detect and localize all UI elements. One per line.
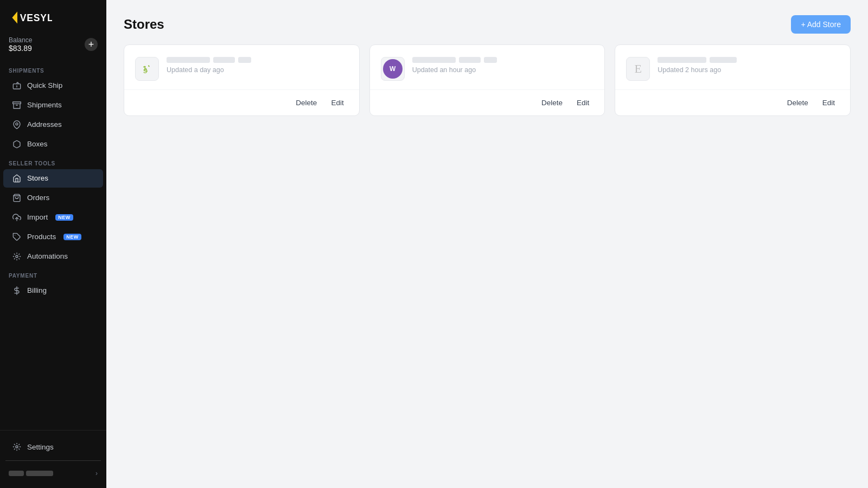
- sidebar-item-label: Products: [27, 233, 56, 241]
- dollar-icon: [12, 286, 22, 296]
- edit-store-button[interactable]: Edit: [818, 97, 839, 109]
- seller-tools-section-label: SELLER TOOLS: [0, 154, 106, 169]
- logo: VESYL: [0, 0, 106, 32]
- store-info: Updated a day ago: [167, 57, 348, 74]
- etsy-icon: E: [635, 62, 642, 76]
- etsy-logo: E: [626, 57, 650, 81]
- delete-store-button[interactable]: Delete: [537, 97, 567, 109]
- package-icon: [12, 100, 22, 110]
- store-card-footer: Delete Edit: [370, 89, 605, 115]
- store-name-placeholder: [658, 57, 839, 63]
- cube-icon: [12, 139, 22, 149]
- store-card-etsy: E Updated 2 hours ago Delete Edit: [615, 44, 851, 116]
- automations-icon: [12, 252, 22, 261]
- store-icon: [12, 174, 22, 183]
- stores-grid: S Updated a day ago Delete Edit: [106, 44, 868, 116]
- page-title: Stores: [124, 17, 164, 32]
- shopping-bag-icon: [12, 193, 22, 203]
- svg-rect-4: [13, 102, 21, 104]
- payment-section-label: PAYMENT: [0, 266, 106, 281]
- sidebar-item-boxes[interactable]: Boxes: [3, 135, 103, 153]
- svg-point-6: [16, 123, 18, 125]
- sidebar-item-label: Automations: [27, 252, 68, 260]
- main-content: Stores + Add Store S: [106, 0, 868, 488]
- store-info: Updated an hour ago: [412, 57, 594, 74]
- sidebar-item-shipments[interactable]: Shipments: [3, 96, 103, 114]
- chevron-right-icon: ›: [95, 470, 98, 477]
- import-new-badge: NEW: [55, 214, 73, 221]
- balance-section: Balance $83.89 +: [0, 32, 106, 61]
- store-card-shopify: S Updated a day ago Delete Edit: [124, 44, 360, 116]
- sidebar-item-label: Shipments: [27, 101, 62, 109]
- user-avatar: [9, 471, 24, 476]
- store-card-footer: Delete Edit: [615, 89, 850, 115]
- edit-store-button[interactable]: Edit: [327, 97, 348, 109]
- sidebar-item-addresses[interactable]: Addresses: [3, 115, 103, 134]
- add-balance-button[interactable]: +: [85, 38, 98, 51]
- shipments-section-label: SHIPMENTS: [0, 61, 106, 76]
- settings-icon: [12, 442, 22, 452]
- sidebar-item-label: Import: [27, 213, 48, 221]
- user-row[interactable]: ›: [0, 465, 106, 481]
- sidebar-item-orders[interactable]: Orders: [3, 189, 103, 207]
- sidebar-item-settings[interactable]: Settings: [3, 438, 103, 456]
- add-store-button[interactable]: + Add Store: [791, 15, 851, 34]
- sidebar-item-label: Orders: [27, 194, 49, 202]
- store-updated-text: Updated an hour ago: [412, 66, 594, 74]
- map-pin-icon: [12, 120, 22, 130]
- box-icon: [12, 81, 22, 91]
- store-info: Updated 2 hours ago: [658, 57, 839, 74]
- woo-logo: W: [381, 57, 405, 81]
- delete-store-button[interactable]: Delete: [783, 97, 813, 109]
- products-new-badge: NEW: [63, 234, 81, 240]
- sidebar-item-billing[interactable]: Billing: [3, 281, 103, 300]
- sidebar-item-label: Quick Ship: [27, 81, 62, 89]
- svg-text:S: S: [143, 68, 147, 74]
- store-updated-text: Updated 2 hours ago: [658, 66, 839, 74]
- sidebar-item-quick-ship[interactable]: Quick Ship: [3, 76, 103, 95]
- svg-point-12: [16, 446, 18, 448]
- edit-store-button[interactable]: Edit: [572, 97, 593, 109]
- svg-point-10: [16, 255, 18, 258]
- sidebar-item-stores[interactable]: Stores: [3, 169, 103, 188]
- store-name-placeholder: [167, 57, 348, 63]
- settings-label: Settings: [27, 443, 54, 451]
- balance-amount: $83.89: [9, 44, 32, 53]
- sidebar-item-import[interactable]: Import NEW: [3, 208, 103, 227]
- sidebar: VESYL Balance $83.89 + SHIPMENTS Quick S…: [0, 0, 106, 488]
- sidebar-item-label: Addresses: [27, 120, 62, 129]
- sidebar-item-products[interactable]: Products NEW: [3, 228, 103, 246]
- balance-label: Balance: [9, 36, 32, 44]
- sidebar-item-label: Billing: [27, 286, 47, 294]
- sidebar-item-label: Boxes: [27, 140, 48, 148]
- store-name-placeholder: [412, 57, 594, 63]
- store-updated-text: Updated a day ago: [167, 66, 348, 74]
- woo-icon: W: [383, 59, 403, 79]
- store-card-footer: Delete Edit: [124, 89, 359, 115]
- sidebar-item-automations[interactable]: Automations: [3, 247, 103, 266]
- tag-icon: [12, 232, 22, 242]
- shopify-logo: S: [135, 57, 159, 81]
- svg-text:VESYL: VESYL: [20, 12, 52, 23]
- delete-store-button[interactable]: Delete: [291, 97, 321, 109]
- svg-marker-0: [12, 11, 17, 23]
- upload-icon: [12, 213, 22, 222]
- store-card-woo: W Updated an hour ago Delete Edit: [369, 44, 605, 116]
- main-header: Stores + Add Store: [106, 0, 868, 44]
- sidebar-item-label: Stores: [27, 174, 48, 182]
- user-name: [26, 471, 53, 476]
